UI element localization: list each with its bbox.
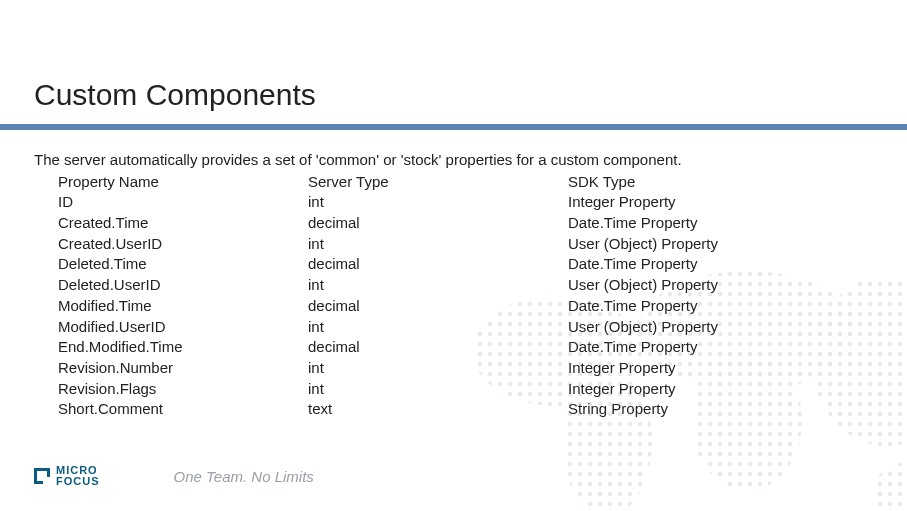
- cell-sdk-type: User (Object) Property: [568, 234, 828, 255]
- table-row: Revision.Number int Integer Property: [58, 358, 828, 379]
- cell-property-name: Created.Time: [58, 213, 308, 234]
- cell-server-type: int: [308, 317, 568, 338]
- cell-server-type: text: [308, 399, 568, 420]
- cell-sdk-type: String Property: [568, 399, 828, 420]
- header-sdk-type: SDK Type: [568, 172, 828, 193]
- cell-property-name: Deleted.UserID: [58, 275, 308, 296]
- table-row: Created.Time decimal Date.Time Property: [58, 213, 828, 234]
- cell-server-type: decimal: [308, 296, 568, 317]
- title-divider: [0, 124, 907, 130]
- header-server-type: Server Type: [308, 172, 568, 193]
- cell-sdk-type: Integer Property: [568, 192, 828, 213]
- table-row: Created.UserID int User (Object) Propert…: [58, 234, 828, 255]
- cell-server-type: int: [308, 275, 568, 296]
- content-block: The server automatically provides a set …: [34, 150, 828, 420]
- cell-server-type: decimal: [308, 337, 568, 358]
- cell-property-name: End.Modified.Time: [58, 337, 308, 358]
- footer-tagline: One Team. No Limits: [174, 468, 314, 485]
- cell-property-name: ID: [58, 192, 308, 213]
- cell-property-name: Created.UserID: [58, 234, 308, 255]
- footer: MICRO FOCUS One Team. No Limits: [34, 465, 314, 487]
- cell-property-name: Revision.Number: [58, 358, 308, 379]
- cell-server-type: int: [308, 234, 568, 255]
- cell-sdk-type: Date.Time Property: [568, 337, 828, 358]
- table-row: Revision.Flags int Integer Property: [58, 379, 828, 400]
- logo-text-bottom: FOCUS: [56, 476, 100, 487]
- cell-sdk-type: Date.Time Property: [568, 213, 828, 234]
- table-row: Deleted.UserID int User (Object) Propert…: [58, 275, 828, 296]
- table-row: ID int Integer Property: [58, 192, 828, 213]
- table-row: End.Modified.Time decimal Date.Time Prop…: [58, 337, 828, 358]
- cell-sdk-type: Integer Property: [568, 379, 828, 400]
- table-row: Modified.UserID int User (Object) Proper…: [58, 317, 828, 338]
- cell-server-type: decimal: [308, 254, 568, 275]
- logo-icon: [34, 468, 50, 484]
- table-header-row: Property Name Server Type SDK Type: [58, 172, 828, 193]
- cell-property-name: Deleted.Time: [58, 254, 308, 275]
- properties-table: Property Name Server Type SDK Type ID in…: [58, 172, 828, 420]
- table-row: Deleted.Time decimal Date.Time Property: [58, 254, 828, 275]
- intro-text: The server automatically provides a set …: [34, 150, 828, 171]
- cell-property-name: Modified.UserID: [58, 317, 308, 338]
- cell-server-type: int: [308, 379, 568, 400]
- table-row: Modified.Time decimal Date.Time Property: [58, 296, 828, 317]
- cell-sdk-type: User (Object) Property: [568, 275, 828, 296]
- cell-sdk-type: Date.Time Property: [568, 296, 828, 317]
- brand-logo: MICRO FOCUS: [34, 465, 100, 487]
- cell-server-type: decimal: [308, 213, 568, 234]
- cell-property-name: Short.Comment: [58, 399, 308, 420]
- table-row: Short.Comment text String Property: [58, 399, 828, 420]
- header-property-name: Property Name: [58, 172, 308, 193]
- page-title: Custom Components: [34, 78, 316, 112]
- cell-server-type: int: [308, 358, 568, 379]
- cell-property-name: Revision.Flags: [58, 379, 308, 400]
- cell-server-type: int: [308, 192, 568, 213]
- cell-sdk-type: Date.Time Property: [568, 254, 828, 275]
- svg-point-6: [872, 461, 907, 511]
- cell-sdk-type: User (Object) Property: [568, 317, 828, 338]
- cell-sdk-type: Integer Property: [568, 358, 828, 379]
- cell-property-name: Modified.Time: [58, 296, 308, 317]
- slide: Custom Components The server automatical…: [0, 0, 907, 511]
